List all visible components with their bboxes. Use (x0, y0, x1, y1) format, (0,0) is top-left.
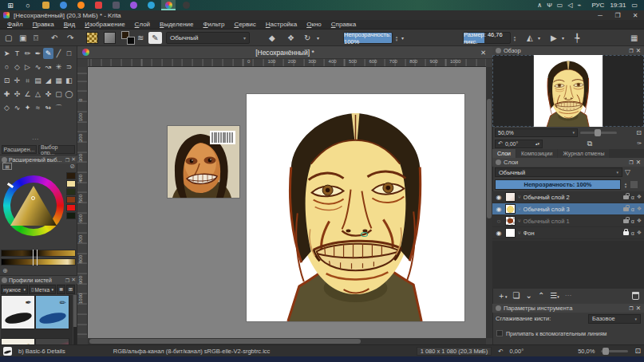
taskbar-app-record-app[interactable] (179, 0, 193, 10)
delete-layer-button[interactable] (632, 292, 639, 300)
move-layer-up-button[interactable]: ⌃ (538, 291, 544, 300)
tab-specific-selector[interactable]: Выбор опр... (38, 145, 75, 154)
taskbar-app-firefox[interactable] (73, 0, 88, 10)
menu-Фильтр[interactable]: Фильтр (199, 21, 228, 28)
tab-layers[interactable]: Слои (492, 149, 516, 158)
inherit-alpha-icon[interactable]: ❖ (637, 206, 642, 212)
list-view-button[interactable]: ≣ (57, 285, 65, 294)
maximize-button[interactable]: ❐ (609, 12, 626, 19)
history-swatch-5[interactable] (66, 212, 76, 219)
wrap-around-button[interactable]: ▶ (551, 32, 557, 44)
close-docker-icon[interactable]: ✕ (71, 277, 76, 283)
tool-rectangle[interactable]: □ (64, 48, 74, 59)
visibility-toggle-icon[interactable]: ○ (495, 218, 503, 225)
clock[interactable]: 19:31 (610, 2, 626, 9)
fill-pattern-button[interactable]: ❖ (287, 32, 294, 44)
inherit-alpha-icon[interactable]: ❖ (637, 218, 642, 224)
tool-ellipse-select[interactable]: ◯ (64, 89, 74, 100)
float-docker-icon[interactable]: ❐ (65, 157, 69, 163)
tool-line[interactable]: ╱ (53, 48, 64, 59)
tool-edit-shapes[interactable]: ✏ (22, 48, 33, 59)
tool-contiguous-select[interactable]: ✦ (22, 102, 33, 113)
color-model-button[interactable]: ▤ (2, 163, 12, 170)
tool-multibrush[interactable]: ✳ (53, 61, 64, 73)
layer-blend-dropdown[interactable]: Обычный▾ (495, 167, 622, 177)
inherit-alpha-icon[interactable]: ❖ (637, 230, 642, 236)
overview-thumbnail[interactable] (526, 55, 610, 127)
speaker-icon[interactable]: ◁ (567, 2, 572, 9)
new-document-button[interactable]: ▢ (5, 32, 12, 44)
connect-icon[interactable]: ⌁ (578, 2, 582, 9)
lock-icon[interactable] (623, 231, 629, 235)
tab-advanced-selector[interactable]: Расширен... (2, 145, 37, 154)
tool-polyline[interactable]: ▷ (22, 61, 33, 73)
lock-icon[interactable] (623, 219, 629, 223)
visibility-toggle-icon[interactable]: ◉ (495, 206, 503, 213)
open-document-button[interactable]: ▣ (19, 32, 26, 44)
opacity-slider[interactable]: Непрозрачность: 100% (343, 32, 393, 44)
mirror-caret[interactable]: ▾ (538, 32, 540, 44)
notification-icon[interactable]: ▭ (631, 2, 638, 9)
subwindow-titlebar[interactable]: [Несохранённый] * ✕ (77, 46, 492, 59)
overview-zoom-slider[interactable] (580, 132, 617, 134)
alpha-lock-icon[interactable]: α (631, 218, 634, 224)
history-swatch-2[interactable] (66, 188, 76, 195)
alpha-lock-icon[interactable]: α (631, 207, 634, 212)
ink-pen-preset[interactable]: ✒ (1, 295, 35, 329)
zoom-value[interactable]: 50,0% (578, 348, 595, 355)
layer-properties-button[interactable]: ☰▾ (550, 291, 559, 300)
menu-Слой[interactable]: Слой (131, 21, 154, 28)
menu-Справка[interactable]: Справка (327, 21, 360, 28)
tool-polygon[interactable]: ◇ (12, 61, 22, 73)
gradient-chooser[interactable] (86, 32, 98, 44)
tool-dynamic-brush[interactable]: ↝ (43, 61, 53, 73)
taskbar-app-start[interactable]: ⊞ (3, 0, 18, 10)
workspace-grid-button[interactable]: ▦ (630, 32, 638, 44)
preset-caret[interactable]: ▾ (317, 32, 319, 44)
pencil-preset[interactable]: ✏ (35, 295, 69, 329)
current-brush-icon[interactable] (3, 347, 12, 356)
float-docker-icon[interactable]: ❐ (629, 48, 633, 53)
menu-Правка[interactable]: Правка (29, 21, 58, 28)
size-spinner[interactable]: ▴▾ (512, 32, 518, 44)
close-docker-icon[interactable]: ✕ (636, 305, 641, 312)
painting-canvas[interactable] (247, 94, 464, 321)
menu-Изображение[interactable]: Изображение (81, 21, 128, 28)
menu-Файл[interactable]: Файл (3, 21, 27, 28)
resource-filter-dropdown[interactable]: нужное▾ (1, 285, 28, 294)
reference-image[interactable] (168, 126, 239, 198)
float-docker-icon[interactable]: ❐ (629, 159, 633, 165)
toolbox-grip[interactable]: ⋯ (32, 136, 38, 143)
tool-color-picker[interactable]: ◢ (43, 75, 53, 86)
tool-rect-select[interactable]: ▢ (53, 89, 64, 100)
redo-button[interactable]: ↷ (67, 32, 73, 44)
tool-freehand-select[interactable]: ∿ (12, 102, 22, 113)
history-swatch-3[interactable] (66, 196, 76, 203)
chevron-up-icon[interactable]: ∧ (537, 2, 542, 9)
undo-button[interactable]: ↶ (51, 32, 57, 44)
reload-preset-button[interactable]: ↻ (304, 32, 310, 44)
close-docker-icon[interactable]: ✕ (71, 156, 76, 163)
display-icon[interactable]: ▭ (557, 2, 563, 9)
wrap-caret[interactable]: ▾ (562, 32, 564, 44)
tool-move[interactable]: ✛ (12, 75, 22, 86)
opacity-spin[interactable]: ▴▾ (622, 179, 629, 191)
brush-editor-button[interactable]: ✎ (148, 32, 162, 44)
history-swatch-1[interactable] (66, 180, 76, 187)
blend-mode-dropdown[interactable]: Обычный▾ (166, 32, 250, 44)
pin-icon[interactable]: ✑ (637, 140, 642, 147)
menu-Вид[interactable]: Вид (60, 21, 79, 28)
visibility-toggle-icon[interactable]: ◉ (495, 194, 503, 201)
layer-opacity-slider[interactable]: Непрозрачность: 100% (495, 179, 621, 190)
taskbar-app-dark-app[interactable] (109, 0, 123, 10)
tab-undo-history[interactable]: Журнал отмены (558, 149, 609, 158)
duplicate-layer-button[interactable]: ❏ (513, 291, 520, 300)
opacity-spinner[interactable]: ▴▾ (393, 32, 400, 44)
lock-icon[interactable] (623, 207, 629, 211)
canvas-rotation-value[interactable]: 0,00° (510, 348, 524, 355)
save-button[interactable]: ⌼ (34, 32, 38, 44)
tool-measure[interactable]: ∠ (22, 89, 33, 100)
tool-smart-patch[interactable]: ✣ (12, 89, 22, 100)
shade-selector-hide-icon[interactable]: ⊘ (69, 163, 75, 170)
tool-calligraphy[interactable]: ✒ (33, 48, 43, 59)
